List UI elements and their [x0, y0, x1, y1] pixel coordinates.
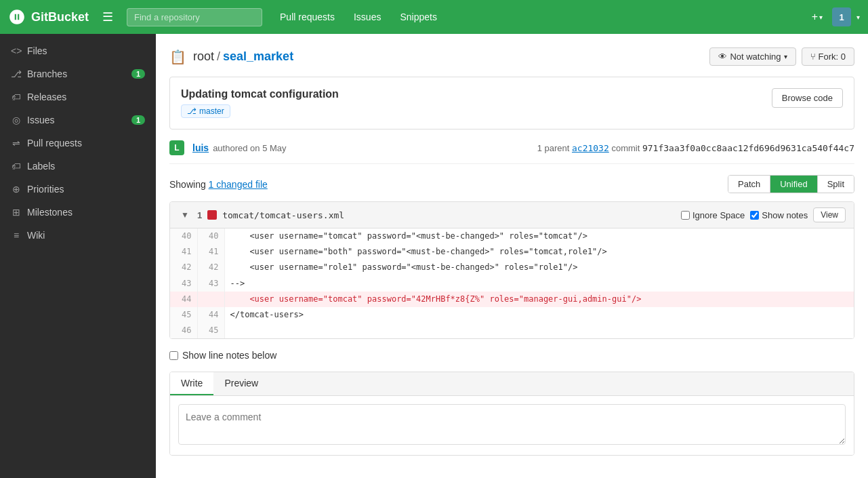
file-diff-header: ▼ 1 tomcat/tomcat-users.xml Ignore Space… — [170, 202, 854, 228]
file-path: tomcat/tomcat-users.xml — [222, 210, 676, 220]
repo-actions: 👁 Not watching ▾ ⑂ Fork: 0 — [709, 47, 854, 66]
comment-textarea[interactable] — [178, 404, 846, 445]
browse-code-button[interactable]: Browse code — [772, 88, 843, 108]
issues-badge: 1 — [131, 115, 145, 125]
milestones-icon: ⊞ — [11, 207, 22, 218]
fork-button[interactable]: ⑂ Fork: 0 — [802, 47, 854, 66]
commit-section: Updating tomcat configuration ⎇ master B… — [169, 77, 854, 130]
parent-label: 1 parent — [537, 143, 570, 153]
line-num-right: 40 — [197, 228, 224, 244]
ignore-space-checkbox[interactable] — [681, 211, 690, 220]
file-number: 1 — [197, 210, 202, 220]
navbar-link-snippets[interactable]: Snippets — [396, 9, 440, 25]
labels-icon: 🏷 — [11, 161, 22, 172]
file-changed-indicator — [207, 210, 217, 220]
unified-view-button[interactable]: Unified — [770, 176, 817, 193]
repo-header: 📋 root / seal_market 👁 Not watching ▾ ⑂ … — [169, 47, 854, 66]
table-row: 45 44 </tomcat-users> — [170, 307, 854, 323]
show-notes-label[interactable]: Show notes — [750, 210, 808, 220]
sidebar-item-releases[interactable]: 🏷 Releases — [0, 85, 156, 108]
search-input[interactable] — [127, 8, 262, 26]
repo-icon: 📋 — [169, 49, 186, 65]
watching-button[interactable]: 👁 Not watching ▾ — [709, 47, 795, 66]
write-tab[interactable]: Write — [170, 372, 213, 395]
line-num-left: 42 — [170, 260, 197, 275]
branch-name: master — [199, 106, 224, 116]
line-num-right: 42 — [197, 260, 224, 275]
sidebar-item-label: Labels — [27, 161, 55, 172]
branches-icon: ⎇ — [11, 68, 22, 79]
line-num-right: 45 — [197, 323, 224, 338]
table-row: 43 43 --> — [170, 276, 854, 292]
showing-text: Showing — [169, 179, 206, 190]
file-diff-options: Ignore Space Show notes View — [681, 207, 846, 222]
table-row: 40 40 <user username="tomcat" password="… — [170, 228, 854, 244]
ignore-space-label[interactable]: Ignore Space — [681, 210, 745, 220]
repo-name-link[interactable]: seal_market — [223, 49, 293, 64]
preview-tab[interactable]: Preview — [213, 372, 269, 395]
split-view-button[interactable]: Split — [818, 176, 854, 193]
pull-requests-icon: ⇌ — [11, 138, 22, 148]
commit-hash-line: 1 parent ac21032 commit 971f3aa3f0a0cc8a… — [537, 143, 854, 153]
sidebar-item-labels[interactable]: 🏷 Labels — [0, 155, 156, 178]
author-line: L luis authored on 5 May 1 parent ac2103… — [169, 140, 854, 164]
navbar-links: Pull requests Issues Snippets — [276, 9, 441, 25]
changed-count-link[interactable]: 1 changed file — [209, 179, 268, 190]
sidebar-item-label: Pull requests — [27, 138, 82, 148]
line-num-left: 41 — [170, 244, 197, 260]
issues-icon: ◎ — [11, 115, 22, 125]
sidebar-item-files[interactable]: <> Files — [0, 39, 156, 62]
hamburger-button[interactable]: ☰ — [97, 7, 119, 27]
line-num-left: 45 — [170, 307, 197, 323]
diff-table: 40 40 <user username="tomcat" password="… — [170, 228, 854, 338]
collapse-button[interactable]: ▼ — [178, 209, 192, 221]
fork-label: Fork: 0 — [819, 52, 846, 62]
branch-icon: ⎇ — [187, 106, 197, 116]
navbar-link-pullrequests[interactable]: Pull requests — [276, 9, 339, 25]
user-avatar-button[interactable]: 1 — [832, 7, 851, 26]
line-content: <user username="role1" password="<must-b… — [224, 260, 854, 275]
layout: <> Files ⎇ Branches 1 🏷 Releases ◎ Issue… — [0, 34, 868, 478]
line-num-left: 40 — [170, 228, 197, 244]
sidebar-item-label: Wiki — [27, 230, 45, 241]
sidebar-item-branches[interactable]: ⎇ Branches 1 — [0, 62, 156, 85]
branches-badge: 1 — [131, 69, 145, 79]
releases-icon: 🏷 — [11, 92, 22, 102]
app-logo[interactable]: GitBucket — [8, 8, 89, 26]
navbar-link-issues[interactable]: Issues — [350, 9, 385, 25]
ignore-space-text: Ignore Space — [693, 210, 745, 220]
show-line-notes-checkbox[interactable] — [169, 351, 178, 360]
sidebar-item-priorities[interactable]: ⊕ Priorities — [0, 178, 156, 201]
authored-text: authored on 5 May — [213, 143, 286, 153]
sidebar-item-wiki[interactable]: ≡ Wiki — [0, 224, 156, 247]
sidebar-item-pull-requests[interactable]: ⇌ Pull requests — [0, 132, 156, 155]
plus-button[interactable]: + ▾ — [808, 8, 827, 26]
priorities-icon: ⊕ — [11, 184, 22, 195]
patch-view-button[interactable]: Patch — [728, 176, 770, 193]
show-notes-text: Show notes — [762, 210, 808, 220]
sidebar-item-issues[interactable]: ◎ Issues 1 — [0, 108, 156, 132]
line-content: <user username="both" password="<must-be… — [224, 244, 854, 260]
line-content — [224, 323, 854, 338]
show-notes-checkbox[interactable] — [750, 211, 759, 220]
wiki-icon: ≡ — [11, 230, 22, 241]
view-button[interactable]: View — [813, 207, 846, 222]
plus-icon: + — [812, 11, 818, 23]
eye-icon: 👁 — [718, 52, 727, 62]
main-content: 📋 root / seal_market 👁 Not watching ▾ ⑂ … — [156, 34, 868, 478]
avatar-chevron: ▾ — [856, 14, 860, 21]
line-num-right: 44 — [197, 307, 224, 323]
parent-hash-link[interactable]: ac21032 — [572, 143, 609, 153]
author-name-link[interactable]: luis — [192, 142, 209, 153]
sidebar-item-milestones[interactable]: ⊞ Milestones — [0, 201, 156, 224]
diff-view-buttons: Patch Unified Split — [728, 175, 854, 193]
sidebar: <> Files ⎇ Branches 1 🏷 Releases ◎ Issue… — [0, 34, 156, 478]
commit-label: commit — [611, 143, 640, 153]
commit-branch: ⎇ master — [181, 104, 230, 118]
files-icon: <> — [11, 45, 22, 56]
table-row: 41 41 <user username="both" password="<m… — [170, 244, 854, 260]
sidebar-item-label: Milestones — [27, 207, 73, 218]
sidebar-item-label: Issues — [27, 115, 54, 125]
line-num-left: 46 — [170, 323, 197, 338]
repo-owner-link[interactable]: root — [193, 49, 214, 64]
